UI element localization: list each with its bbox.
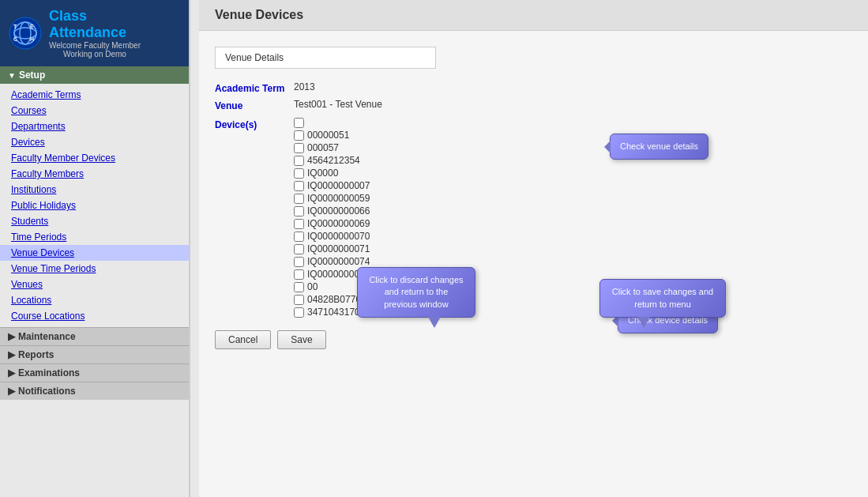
device-label: IQ0000000007 — [307, 180, 370, 191]
sidebar-item-students[interactable]: Students — [0, 213, 189, 229]
notifications-arrow-icon: ▶ — [8, 386, 15, 397]
devices-label: Device(s) — [215, 118, 294, 318]
venue-label: Venue — [215, 99, 294, 111]
reports-arrow-icon: ▶ — [8, 349, 15, 360]
form-section-label: Venue Details — [215, 47, 436, 69]
device-item: IQ0000000071 — [294, 243, 472, 254]
sidebar: T E C H Class Attendance Welcome Faculty… — [0, 0, 190, 497]
device-checkbox-top[interactable] — [294, 118, 304, 128]
page-content: Venue Details Academic Term 2013 Venue T… — [199, 31, 868, 365]
examinations-section-header[interactable]: ▶ Examinations — [0, 363, 189, 382]
sidebar-item-academic-terms[interactable]: Academic Terms — [0, 87, 189, 103]
sidebar-nav-setup: Academic Terms Courses Departments Devic… — [0, 84, 189, 327]
device-checkbox-IQ0000[interactable] — [294, 168, 304, 179]
device-item: IQ0000000069 — [294, 218, 472, 229]
device-checkbox-4564212354[interactable] — [294, 156, 304, 166]
svg-text:H: H — [30, 36, 34, 42]
sidebar-item-course-locations[interactable]: Course Locations — [0, 308, 189, 324]
device-item: 000057 — [294, 142, 472, 153]
sidebar-item-faculty-members[interactable]: Faculty Members — [0, 166, 189, 182]
device-checkbox-000057[interactable] — [294, 143, 304, 153]
sidebar-item-venue-time-periods[interactable]: Venue Time Periods — [0, 261, 189, 277]
device-checkbox-IQ0000000066[interactable] — [294, 206, 304, 216]
sidebar-item-venue-devices[interactable]: Venue Devices — [0, 245, 189, 261]
device-checkbox-IQ0000000007[interactable] — [294, 181, 304, 191]
device-item: IQ0000000074 — [294, 256, 472, 267]
device-label: IQ0000000071 — [307, 243, 370, 254]
device-label: 4564212354 — [307, 155, 360, 166]
sidebar-header: T E C H Class Attendance Welcome Faculty… — [0, 0, 189, 66]
maintenance-label: Maintenance — [18, 331, 76, 342]
device-item: IQ0000000007 — [294, 180, 472, 191]
venue-value: Test001 - Test Venue — [294, 99, 382, 110]
sidebar-item-devices[interactable]: Devices — [0, 134, 189, 150]
reports-section-header[interactable]: ▶ Reports — [0, 345, 189, 363]
tooltip-save: Click to save changes and return to menu — [599, 279, 726, 318]
device-checkbox-00[interactable] — [294, 282, 304, 292]
device-label: IQ0000000070 — [307, 231, 370, 242]
sidebar-item-locations[interactable]: Locations — [0, 292, 189, 308]
examinations-label: Examinations — [18, 367, 80, 378]
setup-label: Setup — [19, 70, 45, 81]
sidebar-item-faculty-member-devices[interactable]: Faculty Member Devices — [0, 150, 189, 166]
device-item-top — [294, 118, 472, 128]
device-label: 000057 — [307, 142, 339, 153]
sidebar-item-courses[interactable]: Courses — [0, 103, 189, 119]
notifications-section-header[interactable]: ▶ Notifications — [0, 382, 189, 400]
academic-term-value: 2013 — [294, 81, 315, 92]
tooltip-cancel: Click to discard changes and return to t… — [357, 267, 475, 318]
devices-section: Device(s) 000000510000574564212354IQ0000… — [215, 118, 852, 318]
working-on-text: Working on Demo — [49, 50, 141, 58]
maintenance-arrow-icon: ▶ — [8, 331, 15, 342]
app-title: Class Attendance — [49, 8, 141, 41]
academic-term-label: Academic Term — [215, 81, 294, 94]
device-item: IQ0000000059 — [294, 193, 472, 204]
device-label: 00000051 — [307, 130, 349, 141]
app-title-area: Class Attendance Welcome Faculty Member … — [49, 8, 141, 58]
save-button[interactable]: Save — [277, 330, 325, 349]
device-item: IQ0000 — [294, 168, 472, 179]
device-label: 00 — [307, 281, 318, 292]
sidebar-item-public-holidays[interactable]: Public Holidays — [0, 198, 189, 213]
tooltip-venue-details: Check venue details — [610, 134, 708, 160]
device-label: IQ0000 — [307, 168, 338, 179]
button-row: Cancel Save — [215, 330, 852, 349]
device-checkbox-IQ0000000069[interactable] — [294, 219, 304, 229]
svg-text:C: C — [13, 36, 17, 42]
main-content: Venue Devices Venue Details Academic Ter… — [199, 0, 868, 497]
academic-term-row: Academic Term 2013 — [215, 81, 852, 94]
device-checkbox-IQ0000000085[interactable] — [294, 269, 304, 280]
app-logo: T E C H — [8, 16, 43, 51]
page-header: Venue Devices — [199, 0, 868, 31]
svg-text:E: E — [30, 24, 34, 29]
device-item: IQ0000000066 — [294, 205, 472, 216]
welcome-text: Welcome Faculty Member — [49, 41, 141, 50]
svg-text:T: T — [13, 24, 17, 29]
device-checkbox-00000051[interactable] — [294, 130, 304, 141]
reports-label: Reports — [18, 349, 54, 360]
device-checkbox-3471043170077[interactable] — [294, 307, 304, 318]
device-checkbox-IQ0000000070[interactable] — [294, 232, 304, 242]
device-item: IQ0000000070 — [294, 231, 472, 242]
device-checkbox-IQ0000000071[interactable] — [294, 244, 304, 254]
sidebar-scrollbar[interactable] — [190, 0, 199, 497]
maintenance-section-header[interactable]: ▶ Maintenance — [0, 327, 189, 345]
setup-arrow-icon: ▼ — [8, 71, 16, 80]
sidebar-item-departments[interactable]: Departments — [0, 119, 189, 134]
cancel-button[interactable]: Cancel — [215, 330, 271, 349]
sidebar-item-institutions[interactable]: Institutions — [0, 182, 189, 198]
notifications-label: Notifications — [18, 386, 76, 397]
device-label: IQ0000000066 — [307, 205, 370, 216]
venue-row: Venue Test001 - Test Venue — [215, 99, 852, 111]
sidebar-item-venues[interactable]: Venues — [0, 277, 189, 292]
device-label: IQ0000000069 — [307, 218, 370, 229]
setup-section-header[interactable]: ▼ Setup — [0, 66, 189, 84]
device-checkbox-04828B077000000[interactable] — [294, 295, 304, 305]
device-item: 00000051 — [294, 130, 472, 141]
examinations-arrow-icon: ▶ — [8, 367, 15, 378]
sidebar-item-time-periods[interactable]: Time Periods — [0, 229, 189, 245]
device-checkbox-IQ0000000074[interactable] — [294, 257, 304, 267]
device-checkbox-IQ0000000059[interactable] — [294, 194, 304, 204]
device-label: IQ0000000074 — [307, 256, 370, 267]
device-label: IQ0000000059 — [307, 193, 370, 204]
